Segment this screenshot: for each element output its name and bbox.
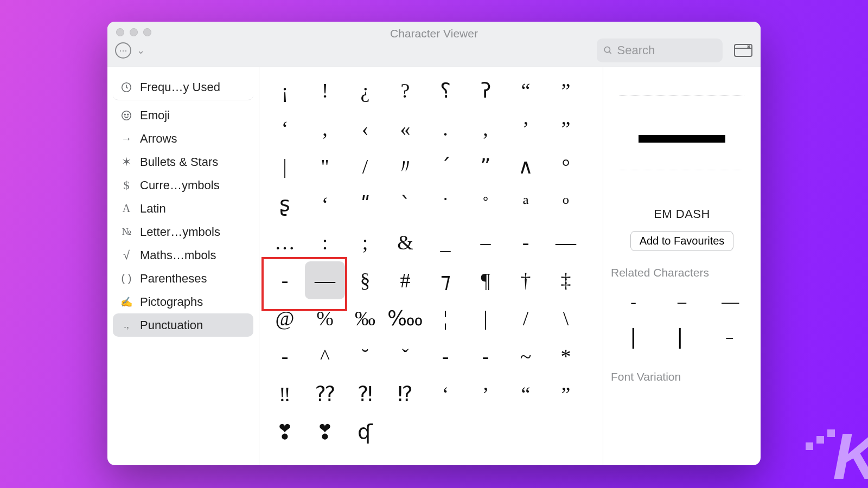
character-cell[interactable]: ‘ (305, 185, 345, 223)
related-character[interactable]: - (611, 285, 656, 318)
character-cell[interactable]: ’ (506, 110, 546, 147)
sidebar-item-parentheses[interactable]: ( )Parentheses (113, 267, 253, 290)
character-cell[interactable]: ° (546, 147, 586, 185)
character-cell[interactable]: ʂ (265, 185, 305, 223)
character-cell[interactable]: : (305, 223, 345, 261)
related-character[interactable]: ⎢ (659, 322, 704, 355)
character-cell[interactable]: … (265, 223, 305, 261)
character-cell[interactable]: ˙ (425, 185, 465, 223)
character-cell[interactable]: ❣ (265, 413, 305, 451)
character-cell[interactable]: # (385, 261, 425, 299)
character-cell[interactable]: / (506, 299, 546, 337)
character-cell[interactable]: ¡ (265, 72, 305, 110)
character-cell[interactable]: | (265, 147, 305, 185)
character-cell[interactable]: ” (546, 72, 586, 110)
character-cell[interactable]: / (345, 147, 385, 185)
sidebar-item-curre-ymbols[interactable]: $Curre…ymbols (113, 174, 253, 197)
character-cell[interactable]: ⸮ (425, 72, 465, 110)
character-cell[interactable]: ~ (506, 337, 546, 375)
character-cell[interactable]: ˋ (385, 185, 425, 223)
character-cell[interactable]: " (305, 147, 345, 185)
character-cell[interactable]: ” (546, 110, 586, 147)
sidebar-item-bullets-stars[interactable]: ✶Bullets & Stars (113, 150, 253, 174)
search-input[interactable] (617, 43, 716, 57)
close-icon[interactable] (116, 28, 124, 36)
character-cell[interactable]: ʺ (345, 185, 385, 223)
character-cell[interactable]: « (385, 110, 425, 147)
character-cell[interactable]: ⁉ (385, 375, 425, 413)
sidebar-item-letter-ymbols[interactable]: №Letter…ymbols (113, 220, 253, 243)
search-field[interactable] (597, 38, 723, 62)
chevron-down-icon[interactable]: ⌄ (137, 44, 145, 56)
sidebar-item-pictographs[interactable]: ✍Pictographs (113, 290, 253, 313)
character-cell[interactable]: @ (265, 299, 305, 337)
character-cell[interactable]: ʔ (465, 72, 506, 110)
character-cell[interactable]: ⁇ (305, 375, 345, 413)
character-cell[interactable]: & (385, 223, 425, 261)
character-cell[interactable]: § (345, 261, 385, 299)
character-cell[interactable]: ‹ (345, 110, 385, 147)
character-cell[interactable]: . (425, 110, 465, 147)
character-cell[interactable]: ” (546, 375, 586, 413)
character-cell[interactable]: - (506, 223, 546, 261)
character-cell[interactable]: - (265, 261, 305, 299)
character-cell[interactable]: º (546, 185, 586, 223)
character-cell[interactable]: % (305, 299, 345, 337)
sidebar-item-maths-mbols[interactable]: √Maths…mbols (113, 243, 253, 267)
character-cell[interactable]: | (465, 299, 506, 337)
character-cell[interactable]: ∧ (506, 147, 546, 185)
character-cell[interactable]: ’ (465, 375, 506, 413)
sidebar-item-arrows[interactable]: →Arrows (113, 127, 253, 150)
related-character[interactable]: — (708, 285, 753, 318)
character-cell[interactable]: ª (506, 185, 546, 223)
character-cell[interactable]: ¿ (345, 72, 385, 110)
character-cell[interactable]: ˇ (385, 337, 425, 375)
sidebar-item-frequ-y-used[interactable]: Frequ…y Used (113, 77, 253, 100)
character-cell[interactable]: ‼ (265, 375, 305, 413)
sidebar-item-emoji[interactable]: Emoji (113, 104, 253, 127)
sidebar-item-latin[interactable]: ALatin (113, 197, 253, 220)
related-character[interactable]: ⎮ (611, 322, 656, 355)
sidebar-item-punctuation[interactable]: .,Punctuation (113, 313, 253, 337)
character-cell[interactable]: ¦ (425, 299, 465, 337)
character-cell[interactable]: ʠ (345, 413, 385, 451)
character-cell[interactable]: \ (546, 299, 586, 337)
character-cell[interactable]: ˚ (465, 185, 506, 223)
character-cell[interactable]: “ (506, 375, 546, 413)
character-cell[interactable]: ‱ (385, 299, 425, 337)
compact-toggle-icon[interactable] (733, 43, 753, 58)
character-cell[interactable]: 〃 (385, 147, 425, 185)
character-cell[interactable]: — (546, 223, 586, 261)
character-cell[interactable] (385, 413, 425, 451)
character-cell[interactable]: - (265, 337, 305, 375)
character-cell[interactable]: - (425, 337, 465, 375)
character-cell[interactable]: * (546, 337, 586, 375)
character-cell[interactable]: ˊ (425, 147, 465, 185)
character-cell[interactable]: ‡ (546, 261, 586, 299)
related-character[interactable]: ﹣ (708, 322, 753, 355)
character-cell[interactable]: - (465, 337, 506, 375)
character-cell[interactable]: — (305, 261, 345, 299)
character-cell[interactable]: ^ (305, 337, 345, 375)
more-button-icon[interactable]: ··· (115, 42, 131, 59)
character-cell[interactable]: “ (506, 72, 546, 110)
character-cell[interactable]: ⁈ (345, 375, 385, 413)
character-cell[interactable]: ¶ (465, 261, 506, 299)
character-cell[interactable]: ⁊ (425, 261, 465, 299)
character-cell[interactable] (506, 413, 546, 451)
character-cell[interactable]: , (465, 110, 506, 147)
character-cell[interactable]: ‘ (425, 375, 465, 413)
character-cell[interactable]: ! (305, 72, 345, 110)
character-cell[interactable]: _ (425, 223, 465, 261)
related-character[interactable]: – (659, 285, 704, 318)
add-to-favourites-button[interactable]: Add to Favourites (630, 231, 734, 251)
character-cell[interactable]: ‰ (345, 299, 385, 337)
character-cell[interactable]: † (506, 261, 546, 299)
zoom-icon[interactable] (143, 28, 151, 36)
character-cell[interactable]: ❣ (305, 413, 345, 451)
character-cell[interactable]: ‘ (265, 110, 305, 147)
character-cell[interactable] (465, 413, 506, 451)
character-cell[interactable]: ˮ (465, 147, 506, 185)
character-cell[interactable]: – (465, 223, 506, 261)
minimize-icon[interactable] (130, 28, 138, 36)
